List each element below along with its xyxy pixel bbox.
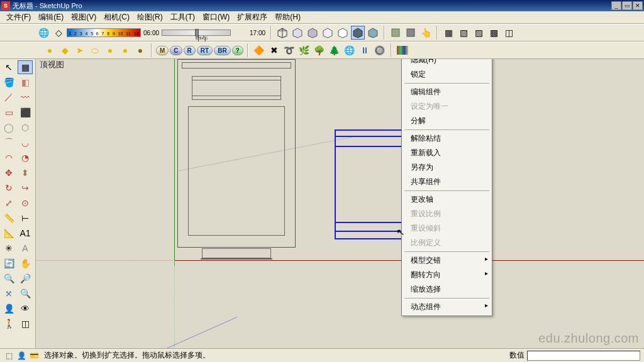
rotate-tool[interactable]: ↻ [1,181,16,195]
style-mono-icon[interactable] [336,26,350,40]
pie-tool[interactable]: ◔ [18,151,33,165]
zoom-tool[interactable]: 🔍 [1,272,16,285]
ctx-lock[interactable]: 锁定 [402,67,492,82]
plugin-globe-icon[interactable]: 🌐 [343,43,357,57]
status-credit-icon[interactable]: 💳 [29,351,39,361]
oval-icon[interactable]: ⬭ [88,43,102,57]
text-tool[interactable]: A1 [18,226,33,240]
ctx-save-as[interactable]: 另存为 [402,160,492,175]
model-object-selected[interactable] [335,129,408,239]
menu-tools[interactable]: 工具(T) [167,11,199,24]
pan-tool[interactable]: ✋ [18,256,33,270]
style-shaded-icon[interactable] [306,26,319,40]
eraser-tool[interactable]: ◧ [18,75,33,89]
circle-tool[interactable]: ◯ [1,121,16,134]
date-slider[interactable]: 123456789101112 [67,28,141,37]
ball4-icon[interactable]: ● [133,43,147,57]
ctx-edit-component[interactable]: 编辑组件 [402,85,492,99]
misc-e-icon[interactable]: ◫ [502,26,516,40]
menu-window[interactable]: 窗口(W) [199,11,233,24]
axes-tool[interactable]: ✳ [1,241,16,255]
plugin-a-icon[interactable]: 🔶 [252,43,266,57]
plugin-b-icon[interactable]: ✖ [267,43,281,57]
plugin-e-icon[interactable]: 🌳 [313,43,326,57]
status-geo-icon[interactable]: ⬚ [4,351,14,361]
line-tool[interactable]: ／ [1,90,16,104]
minimize-button[interactable]: _ [611,1,621,10]
model-viewport[interactable]: 顶视图 ↖ 图元信息(I) 删除(E) 隐藏(H) 锁定 编 [36,59,644,348]
component-attrs-icon[interactable] [404,26,418,40]
select-tool[interactable]: ↖ [1,60,16,74]
pill-c[interactable]: C [170,46,182,55]
polygon-tool[interactable]: ⬡ [18,121,33,134]
pill-br[interactable]: BR [214,46,230,55]
orbit-tool[interactable]: 🔄 [1,256,16,270]
style-shaded-tex-icon[interactable] [321,26,335,40]
ctx-dynamic-components[interactable]: 动态组件 [402,300,492,314]
component-options-icon[interactable] [389,26,402,40]
arc3-tool[interactable]: ◠ [1,151,16,165]
menu-file[interactable]: 文件(F) [3,11,35,24]
plugin-f-icon[interactable]: 🌲 [328,43,341,57]
menu-edit[interactable]: 编辑(E) [35,11,67,24]
tape-tool[interactable]: 📏 [1,211,16,225]
arc-tool[interactable]: ⌒ [1,136,16,150]
ctx-explode[interactable]: 分解 [402,114,492,128]
pill-m[interactable]: M [156,46,169,55]
plugin-ring-icon[interactable]: 🔘 [373,43,387,57]
ctx-share-component[interactable]: 共享组件 [402,175,492,189]
zoom-extents-tool[interactable]: ⤧ [1,287,16,300]
section-tool[interactable]: ◫ [18,317,33,331]
scale-tool[interactable]: ⤢ [1,196,16,210]
3dtext-tool[interactable]: A [18,241,33,255]
zoom-prev-tool[interactable]: 🔍 [18,287,33,300]
pill-help[interactable]: ? [232,46,243,55]
ctx-hide[interactable]: 隐藏(H) [402,59,492,67]
ball2-icon[interactable]: ● [103,43,117,57]
move-tool[interactable]: ✥ [1,166,16,180]
menu-camera[interactable]: 相机(C) [100,11,133,24]
make-component-tool[interactable]: ▦ [18,60,33,74]
plugin-c-icon[interactable]: ➰ [282,43,296,57]
paint-tool[interactable]: 🪣 [1,75,16,89]
ball3-icon[interactable]: ● [118,43,132,57]
sphere-yellow-icon[interactable]: ● [43,43,57,57]
look-around-tool[interactable]: 👁 [18,302,33,315]
zoom-window-tool[interactable]: 🔎 [18,272,33,285]
style-wireframe-icon[interactable] [275,26,289,40]
measurement-input[interactable] [527,351,640,361]
arrow-icon[interactable]: ➤ [73,43,87,57]
misc-a-icon[interactable]: ▦ [441,26,455,40]
misc-c-icon[interactable]: ▨ [472,26,486,40]
misc-b-icon[interactable]: ▧ [457,26,470,40]
plugin-pause-icon[interactable]: ⏸ [358,43,372,57]
status-user-icon[interactable]: 👤 [16,351,26,361]
dimension-tool[interactable]: ⊢ [18,211,33,225]
ctx-zoom-selection[interactable]: 缩放选择 [402,282,492,297]
style-back-icon[interactable] [366,26,380,40]
color-swatch-icon[interactable] [396,43,409,57]
style-xray-icon[interactable] [351,26,365,40]
shadow-settings-icon[interactable]: ◇ [52,26,65,40]
shadow-toggle-icon[interactable]: 🌐 [36,26,50,40]
diamond-icon[interactable]: ◆ [58,43,72,57]
protractor-tool[interactable]: 📐 [1,226,16,240]
close-button[interactable]: ✕ [633,1,643,10]
followme-tool[interactable]: ↪ [18,181,33,195]
pill-rt[interactable]: RT [197,46,213,55]
ctx-reload[interactable]: 重新载入 [402,146,492,160]
style-hidden-icon[interactable] [291,26,304,40]
pushpull-tool[interactable]: ⬍ [18,166,33,180]
ctx-unglue[interactable]: 解除粘结 [402,131,492,146]
position-camera-tool[interactable]: 👤 [1,302,16,315]
freehand-tool[interactable]: 〰 [18,90,33,104]
rect2-tool[interactable]: ⬛ [18,106,33,119]
offset-tool[interactable]: ⊙ [18,196,33,210]
menu-draw[interactable]: 绘图(R) [133,11,167,24]
menu-extensions[interactable]: 扩展程序 [233,11,271,24]
arc2-tool[interactable]: ◡ [18,136,33,150]
interact-icon[interactable]: 👆 [419,26,433,40]
ctx-intersect[interactable]: 模型交错 [402,253,492,268]
menu-help[interactable]: 帮助(H) [271,11,304,24]
rectangle-tool[interactable]: ▭ [1,106,16,119]
